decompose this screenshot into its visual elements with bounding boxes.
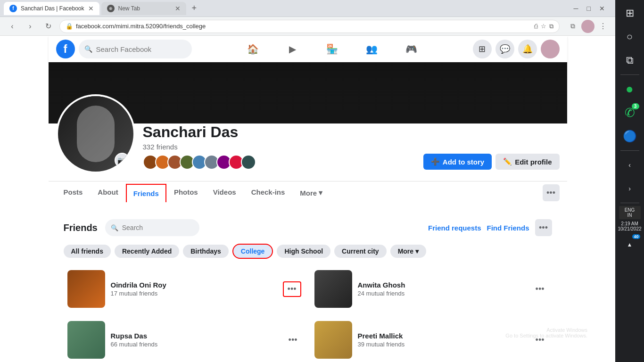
friend-name-3: Rupsa Das: [111, 332, 279, 340]
filter-current-city[interactable]: Current city: [334, 245, 387, 258]
chevron-icon: ▾: [415, 247, 419, 255]
friend-info-4: Preeti Mallick 39 mutual friends: [358, 332, 526, 348]
filter-birthdays[interactable]: Birthdays: [183, 245, 229, 258]
profile-actions: ➕ Add to story ✏️ Edit profile: [423, 154, 560, 173]
friend-more-btn-3[interactable]: •••: [285, 333, 301, 347]
scroll-down-button[interactable]: ›: [619, 177, 641, 200]
nav-home[interactable]: 🏠: [234, 38, 272, 60]
scroll-up-button[interactable]: ‹: [619, 154, 641, 176]
new-tab-button[interactable]: +: [188, 3, 201, 13]
nav-dots-button[interactable]: •••: [543, 184, 560, 201]
friend-card-2: Anwita Ghosh 24 mutual friends •••: [311, 266, 552, 312]
friend-more-btn-1[interactable]: •••: [283, 281, 301, 297]
nav-more-button[interactable]: More ▾: [292, 182, 330, 204]
active-tab-close[interactable]: ✕: [88, 5, 94, 12]
friends-count: 332 friends: [143, 143, 416, 151]
friend-more-btn-4[interactable]: •••: [532, 333, 548, 347]
share-icon: ⎙: [534, 23, 538, 30]
friend-name-4: Preeti Mallick: [358, 332, 526, 340]
notifications-tray-button[interactable]: ▲ 40: [619, 233, 641, 256]
newtab-favicon: ⊕: [107, 5, 115, 12]
secure-icon: 🔒: [66, 23, 73, 30]
friend-photo-2: [314, 270, 352, 308]
nav-posts[interactable]: Posts: [56, 181, 91, 204]
friends-avatars: [143, 155, 416, 170]
avatar-camera-button[interactable]: 📷: [115, 153, 130, 168]
find-friends-link[interactable]: Find Friends: [487, 224, 529, 232]
friend-card-1: Oindrila Oni Roy 17 mutual friends •••: [64, 266, 305, 312]
date-display: 10/21/2022: [618, 226, 641, 231]
chrome-button[interactable]: 🔵: [619, 125, 641, 148]
whatsapp-badge: 3: [632, 103, 639, 109]
pencil-icon: ✏️: [503, 157, 512, 166]
search-input[interactable]: [96, 45, 181, 53]
extensions-button[interactable]: ⧉: [566, 20, 579, 33]
nav-videos[interactable]: Videos: [206, 181, 244, 204]
nav-marketplace[interactable]: 🏪: [314, 38, 351, 60]
input-method-button[interactable]: ENG IN: [619, 206, 641, 219]
cover-section: 📷 Sanchari Das 332 friends: [49, 62, 567, 204]
friends-search-input[interactable]: [122, 224, 188, 231]
friend-mutual-4: 39 mutual friends: [358, 341, 526, 348]
friends-search-box[interactable]: 🔍: [105, 219, 199, 236]
filter-high-school[interactable]: High School: [277, 245, 330, 258]
chrome-icon: 🔵: [623, 130, 637, 143]
maximize-button[interactable]: □: [584, 4, 594, 13]
nav-groups[interactable]: 👥: [353, 38, 391, 60]
friend-name-1: Oindrila Oni Roy: [111, 281, 277, 289]
windows-logo-button[interactable]: ⊞: [619, 2, 641, 25]
user-avatar[interactable]: [541, 40, 560, 58]
friend-info-3: Rupsa Das 66 mutual friends: [111, 332, 279, 348]
notifications-button[interactable]: 🔔: [518, 40, 537, 58]
apps-button[interactable]: ⊞: [473, 40, 492, 58]
edit-profile-button[interactable]: ✏️ Edit profile: [495, 154, 559, 170]
active-tab[interactable]: f Sanchari Das | Facebook ✕: [4, 2, 99, 15]
friend-mutual-3: 66 mutual friends: [111, 341, 279, 348]
inactive-tab-close[interactable]: ✕: [175, 5, 181, 12]
whatsapp-button[interactable]: ✆ 3: [619, 101, 641, 124]
user-profile-button[interactable]: [581, 20, 594, 33]
search-box[interactable]: 🔍: [79, 40, 192, 58]
minimize-button[interactable]: ─: [571, 4, 581, 13]
messenger-button[interactable]: 💬: [495, 40, 514, 58]
address-bar[interactable]: 🔒 facebook.com/mimi.mitra.52090/friends_…: [59, 20, 560, 33]
friend-card-3: Rupsa Das 66 mutual friends •••: [64, 317, 305, 362]
windows-search-button[interactable]: ○: [619, 25, 641, 48]
nav-photos[interactable]: Photos: [166, 181, 206, 204]
nav-friends[interactable]: Friends: [126, 184, 166, 202]
filter-college[interactable]: College: [232, 244, 273, 259]
filter-more-button[interactable]: More ▾: [390, 245, 426, 258]
facebook-header: f 🔍 🏠 ▶ 🏪 👥 🎮 ⊞ 💬: [49, 36, 567, 62]
chevron-down-icon: ›: [628, 185, 631, 192]
friends-more-dots-button[interactable]: •••: [535, 219, 552, 236]
bookmark-icon: ☆: [541, 23, 546, 30]
friend-requests-link[interactable]: Friend requests: [428, 224, 481, 232]
fb-logo[interactable]: f: [56, 40, 75, 58]
task-view-button[interactable]: ⧉: [619, 49, 641, 72]
spotify-icon: ●: [626, 82, 634, 97]
add-story-button[interactable]: ➕ Add to story: [423, 154, 492, 170]
inactive-tab[interactable]: ⊕ New Tab ✕: [101, 2, 186, 15]
refresh-button[interactable]: ↻: [41, 20, 55, 33]
friend-photo-3: [67, 321, 105, 359]
back-button[interactable]: ‹: [6, 20, 19, 33]
clock-display[interactable]: 2:19 AM 10/21/2022: [617, 220, 642, 232]
filter-recently-added[interactable]: Recently Added: [115, 245, 179, 258]
friend-more-btn-2[interactable]: •••: [532, 282, 548, 296]
spotify-button[interactable]: ●: [619, 78, 641, 100]
nav-checkins[interactable]: Check-ins: [244, 181, 293, 204]
filter-all-friends[interactable]: All friends: [64, 245, 111, 258]
friends-header-right: Friend requests Find Friends •••: [428, 219, 552, 236]
nav-about[interactable]: About: [90, 181, 125, 204]
divider-2: [620, 150, 639, 151]
address-text: facebook.com/mimi.mitra.52090/friends_co…: [76, 23, 206, 30]
nav-watch[interactable]: ▶: [274, 38, 312, 60]
time-display: 2:19 AM: [618, 221, 641, 226]
nav-gaming[interactable]: 🎮: [393, 38, 430, 60]
friend-card-4: Preeti Mallick 39 mutual friends •••: [311, 317, 552, 362]
friends-section: Friends 🔍 Friend requests Find Friends •…: [49, 204, 567, 362]
menu-button[interactable]: ⋮: [596, 20, 610, 33]
close-button[interactable]: ✕: [596, 4, 608, 13]
forward-button[interactable]: ›: [24, 20, 37, 33]
friends-title: Friends: [64, 222, 98, 233]
